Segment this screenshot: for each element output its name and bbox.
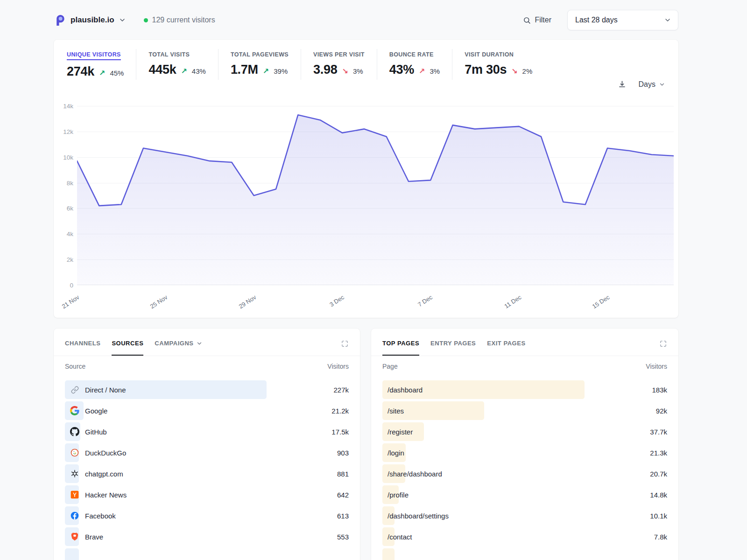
pages-columns: Page Visitors: [382, 363, 667, 370]
source-row-github[interactable]: GitHub 17.5k: [65, 422, 349, 441]
row-value: 37.7k: [650, 428, 667, 436]
row-label: Facebook: [85, 512, 116, 520]
visitors-chart: 14k12k10k8k6k4k2k0 21 Nov25 Nov29 Nov3 D…: [60, 106, 674, 312]
google-icon: [70, 406, 79, 415]
expand-icon: [341, 340, 349, 348]
source-row-brave[interactable]: Brave 553: [65, 527, 349, 546]
stat-change: 45%: [110, 69, 124, 77]
column-value: Visitors: [646, 363, 667, 370]
stat-value: 3.98: [313, 63, 337, 77]
chart-y-axis: 14k12k10k8k6k4k2k0: [60, 106, 77, 285]
row-value: 21.2k: [331, 407, 349, 415]
source-row-chatgpt-com[interactable]: chatgpt.com 881: [65, 464, 349, 483]
tab-entry-pages[interactable]: ENTRY PAGES: [430, 340, 476, 356]
row-value: 10.1k: [650, 512, 667, 520]
tab-label: SOURCES: [112, 340, 143, 347]
expand-button[interactable]: [659, 340, 667, 349]
current-visitors-label: 129 current visitors: [152, 16, 215, 24]
row-label: Direct / None: [85, 386, 126, 394]
row-value: 21.3k: [650, 449, 667, 457]
chart-plot[interactable]: [77, 106, 674, 285]
tab-top-pages[interactable]: TOP PAGES: [382, 340, 419, 356]
search-icon: [523, 16, 531, 24]
stat-value: 274k: [67, 64, 94, 79]
row-value: 553: [337, 533, 349, 541]
stat-change: 3%: [430, 67, 440, 75]
interval-select[interactable]: Days: [639, 80, 665, 89]
row-value: 14.8k: [650, 491, 667, 499]
pages-panel: TOP PAGESENTRY PAGESEXIT PAGES Page Visi…: [371, 329, 678, 560]
filter-button[interactable]: Filter: [523, 16, 551, 24]
y-axis-tick: 0: [70, 282, 73, 289]
row-value: 903: [337, 449, 349, 457]
stat-value: 1.7M: [231, 63, 258, 77]
plausible-dashboard: plausible.io 129 current visitors Filter…: [54, 0, 678, 560]
page-row-dashboard[interactable]: /dashboard 183k: [382, 380, 667, 399]
tab-sources[interactable]: SOURCES: [112, 340, 143, 356]
expand-icon: [659, 340, 667, 348]
row-label: /contact: [388, 533, 412, 541]
row-label: Google: [85, 407, 107, 415]
page-row-contact[interactable]: /contact 7.8k: [382, 527, 667, 546]
stat-total-pageviews[interactable]: TOTAL PAGEVIEWS 1.7M ↗ 39%: [218, 49, 301, 80]
row-label: /login: [388, 449, 404, 457]
source-row-google[interactable]: Google 21.2k: [65, 401, 349, 420]
page-row-sites[interactable]: /sites 92k: [382, 401, 667, 420]
live-dot-icon: [144, 18, 148, 22]
pages-tabs: TOP PAGESENTRY PAGESEXIT PAGES: [382, 340, 526, 356]
link-icon: [70, 385, 79, 394]
page-row-register[interactable]: /register 37.7k: [382, 422, 667, 441]
trend-arrow-icon: ↗: [181, 67, 187, 76]
column-label: Page: [382, 363, 398, 370]
chevron-down-icon: [119, 16, 126, 24]
tab-campaigns[interactable]: CAMPAIGNS: [155, 340, 202, 356]
expand-button[interactable]: [341, 340, 349, 349]
stat-total-visits[interactable]: TOTAL VISITS 445k ↗ 43%: [136, 49, 218, 80]
download-button[interactable]: [618, 80, 627, 89]
sources-tabs: CHANNELSSOURCESCAMPAIGNS: [65, 340, 203, 356]
chart-x-axis: 21 Nov25 Nov29 Nov3 Dec7 Dec11 Dec15 Dec: [77, 285, 674, 312]
page-row-profile[interactable]: /profile 14.8k: [382, 485, 667, 504]
stat-value: 445k: [148, 63, 176, 77]
source-row-facebook[interactable]: Facebook 613: [65, 506, 349, 525]
date-range-value: Last 28 days: [575, 16, 618, 24]
tab-channels[interactable]: CHANNELS: [65, 340, 100, 356]
sources-columns: Source Visitors: [65, 363, 349, 370]
tab-label: CAMPAIGNS: [155, 340, 193, 347]
date-range-select[interactable]: Last 28 days: [567, 10, 678, 30]
column-label: Source: [65, 363, 85, 370]
page-row-share-dashboard[interactable]: /share/dashboard 20.7k: [382, 464, 667, 483]
filter-label: Filter: [535, 16, 551, 24]
pages-rows: /dashboard 183k /sites 92k /register 37.…: [382, 380, 667, 546]
stat-unique-visitors[interactable]: UNIQUE VISITORS 274k ↗ 45%: [67, 49, 136, 82]
stat-change: 3%: [353, 67, 363, 75]
y-axis-tick: 12k: [63, 128, 73, 135]
row-label: Brave: [85, 533, 103, 541]
row-value: 17.5k: [331, 428, 349, 436]
page-row-dashboard-settings[interactable]: /dashboard/settings 10.1k: [382, 506, 667, 525]
row-value: 881: [337, 470, 349, 478]
tab-exit-pages[interactable]: EXIT PAGES: [487, 340, 525, 356]
x-axis-tick: 3 Dec: [328, 294, 345, 308]
site-picker[interactable]: plausible.io: [54, 14, 126, 27]
stats-row: UNIQUE VISITORS 274k ↗ 45% TOTAL VISITS …: [67, 49, 665, 82]
stat-visit-duration[interactable]: VISIT DURATION 7m 30s ↘ 2%: [452, 49, 544, 80]
stat-label: BOUNCE RATE: [389, 51, 434, 58]
site-name: plausible.io: [70, 15, 114, 25]
source-row-duckduckgo[interactable]: DuckDuckGo 903: [65, 443, 349, 462]
chevron-down-icon: [659, 81, 665, 88]
current-visitors[interactable]: 129 current visitors: [144, 16, 215, 24]
page-row-login[interactable]: /login 21.3k: [382, 443, 667, 462]
source-row-hacker-news[interactable]: Hacker News 642: [65, 485, 349, 504]
y-axis-tick: 2k: [67, 256, 73, 263]
visitors-card: UNIQUE VISITORS 274k ↗ 45% TOTAL VISITS …: [54, 40, 678, 318]
row-value: 92k: [656, 407, 667, 415]
column-value: Visitors: [327, 363, 349, 370]
stat-label: TOTAL PAGEVIEWS: [231, 51, 289, 58]
row-label: GitHub: [85, 428, 107, 436]
stat-bounce-rate[interactable]: BOUNCE RATE 43% ↗ 3%: [377, 49, 452, 80]
trend-arrow-icon: ↗: [419, 67, 425, 76]
source-row-direct-none[interactable]: Direct / None 227k: [65, 380, 349, 399]
stat-views-per-visit[interactable]: VIEWS PER VISIT 3.98 ↘ 3%: [301, 49, 377, 80]
x-axis-tick: 25 Nov: [149, 294, 169, 310]
